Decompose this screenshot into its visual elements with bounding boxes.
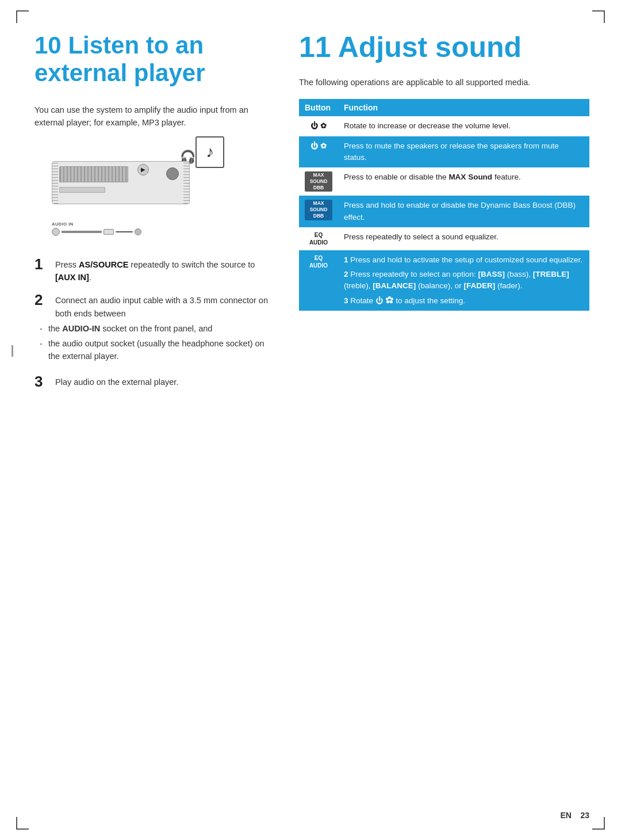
music-note-box: ♪ — [195, 136, 224, 168]
btn-cell-maxsound: MAXSOUNDDBB — [299, 167, 338, 196]
section-title-10: 10 Listen to an external player — [34, 32, 276, 87]
sound-table: Button Function ⏻ ✿ Rotate to increase o… — [299, 99, 589, 310]
right-section: 11 Adjust sound The following operations… — [299, 32, 589, 808]
table-body: ⏻ ✿ Rotate to increase or decrease the v… — [299, 116, 589, 310]
bullet-dot-1: • — [40, 323, 48, 333]
step-2: 2 Connect an audio input cable with a 3.… — [34, 292, 276, 365]
corner-bracket-tl — [16, 10, 29, 23]
power-icon-1: ⏻ — [310, 120, 318, 132]
col-button: Button — [299, 99, 338, 116]
func-mute: Press to mute the speakers or release th… — [338, 136, 589, 168]
step-1-text: Press AS/SOURCE repeatedly to switch the… — [55, 256, 276, 284]
eq-audio-badge-2: EQAUDIO — [305, 254, 332, 269]
max-sound-badge-2: MAXSOUNDDBB — [305, 200, 332, 220]
step-2-text: Connect an audio input cable with a 3.5 … — [55, 292, 276, 320]
settings-icon-1: ✿ — [320, 120, 327, 132]
lang-label: EN — [560, 811, 571, 820]
btn-cell-dbb: MAXSOUNDDBB — [299, 196, 338, 227]
display-pattern — [60, 167, 128, 182]
steps-list: 1 Press AS/SOURCE repeatedly to switch t… — [34, 256, 276, 390]
corner-bracket-br — [592, 817, 605, 830]
step-2-bullets: • the AUDIO-IN socket on the front panel… — [40, 323, 276, 365]
bullet-dot-2: • — [40, 338, 48, 348]
stereo-grille-right — [183, 162, 189, 204]
cable-body — [62, 231, 102, 233]
page-num: 23 — [580, 811, 589, 820]
step-3-text: Play audio on the external player. — [55, 373, 276, 388]
music-note-icon: ♪ — [206, 143, 214, 161]
col-function: Function — [338, 99, 589, 116]
bullet-1-text: the AUDIO-IN socket on the front panel, … — [48, 323, 212, 335]
settings-icon-2: ✿ — [320, 140, 327, 152]
device-illustration: ♪ 🎧 ▶ A — [34, 147, 230, 239]
eq-step-2: 2 Press repeatedly to select an option: … — [344, 269, 584, 292]
left-section: 10 Listen to an external player You can … — [34, 32, 276, 808]
bullet-2-text: the audio output socket (usually the hea… — [48, 338, 276, 363]
corner-bracket-bl — [16, 817, 29, 830]
btn-cell-eq: EQAUDIO — [299, 227, 338, 250]
bullet-1: • the AUDIO-IN socket on the front panel… — [40, 323, 276, 335]
func-volume: Rotate to increase or decrease the volum… — [338, 116, 589, 136]
stereo-body: ▶ — [52, 161, 190, 204]
table-header-row: Button Function — [299, 99, 589, 116]
corner-bracket-tr — [592, 10, 605, 23]
audio-in-label: AUDIO IN — [52, 222, 141, 227]
cable-thin — [116, 231, 133, 232]
step-3: 3 Play audio on the external player. — [34, 373, 276, 390]
max-sound-badge-1: MAXSOUNDDBB — [305, 171, 332, 192]
side-mark — [12, 345, 13, 357]
btn-cell-mute: ⏻ ✿ — [299, 136, 338, 168]
step-1: 1 Press AS/SOURCE repeatedly to switch t… — [34, 256, 276, 284]
title-line2: external player — [34, 59, 205, 86]
step-1-number: 1 — [34, 256, 55, 273]
stereo-slot — [59, 187, 105, 193]
connector-row — [52, 228, 141, 236]
func-maxsound: Press to enable or disable the MAX Sound… — [338, 167, 589, 196]
step-2-number: 2 — [34, 292, 55, 308]
section-intro: You can use the system to amplify the au… — [34, 104, 276, 129]
stereo-knob — [166, 167, 179, 180]
eq-audio-badge-1: EQAUDIO — [305, 231, 332, 246]
table-row-maxsound: MAXSOUNDDBB Press to enable or disable t… — [299, 167, 589, 196]
btn-cell-eq-steps: EQAUDIO — [299, 250, 338, 311]
play-button-icon: ▶ — [137, 164, 149, 175]
power-icon-2: ⏻ — [310, 140, 318, 152]
table-row-volume: ⏻ ✿ Rotate to increase or decrease the v… — [299, 116, 589, 136]
table-row-dbb: MAXSOUNDDBB Press and hold to enable or … — [299, 196, 589, 227]
btn-cell-volume: ⏻ ✿ — [299, 116, 338, 136]
btn-symbol-volume: ⏻ ✿ — [305, 120, 332, 132]
page-number: EN 23 — [560, 811, 589, 820]
section-intro-right: The following operations are applicable … — [299, 76, 589, 89]
table-row-eq-steps: EQAUDIO 1 Press and hold to activate the… — [299, 250, 589, 311]
func-eq: Press repeatedly to select a sound equal… — [338, 227, 589, 250]
step-3-number: 3 — [34, 373, 55, 390]
connector-socket — [52, 228, 60, 236]
btn-symbol-mute: ⏻ ✿ — [305, 140, 332, 152]
step-2-header: 2 Connect an audio input cable with a 3.… — [34, 292, 276, 320]
table-row-mute: ⏻ ✿ Press to mute the speakers or releas… — [299, 136, 589, 168]
table-row-eq: EQAUDIO Press repeatedly to select a sou… — [299, 227, 589, 250]
connector-area: AUDIO IN — [52, 222, 141, 236]
func-dbb: Press and hold to enable or disable the … — [338, 196, 589, 227]
cable-end2 — [135, 228, 141, 235]
stereo-display — [59, 166, 128, 182]
eq-step-3: 3 Rotate ⏻ ✿ to adjust the setting. — [344, 295, 584, 307]
cable-end1 — [103, 229, 114, 235]
stereo-grille-left — [52, 162, 58, 204]
eq-step-1: 1 Press and hold to activate the setup o… — [344, 254, 584, 266]
section-title-11: 11 Adjust sound — [299, 32, 589, 63]
bullet-2: • the audio output socket (usually the h… — [40, 338, 276, 363]
title-line1: 10 Listen to an — [34, 32, 204, 59]
func-eq-steps: 1 Press and hold to activate the setup o… — [338, 250, 589, 311]
